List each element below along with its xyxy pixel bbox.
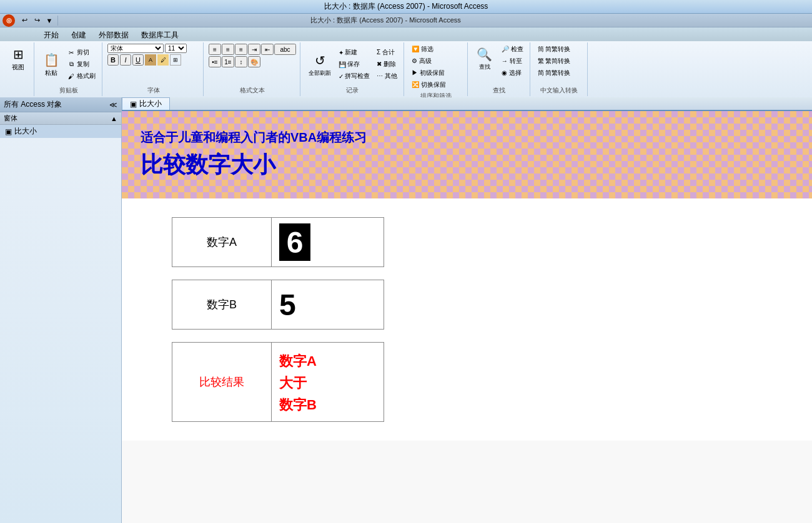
form-area: 适合于儿童和编程入门者的VBA编程练习 比较数字大小 数字A 6 <box>122 111 812 523</box>
format-painter-button[interactable]: 🖌 格式刷 <box>64 71 98 82</box>
fields-area: 数字A 6 数字B 5 <box>122 198 812 441</box>
field-label-a-text: 数字A <box>207 235 237 250</box>
nav-item-icon: ▣ <box>5 127 12 136</box>
advanced-button[interactable]: ⚙ 高级 <box>409 56 463 67</box>
bg-color-button[interactable]: 🎨 <box>248 56 260 67</box>
refresh-icon: ↺ <box>311 52 329 69</box>
save-icon: 💾 <box>339 61 346 68</box>
field-value-a[interactable]: 6 <box>272 217 384 267</box>
field-row-a: 数字A 6 <box>172 217 762 267</box>
chinese-convert-label: 中文输入转换 <box>540 85 578 95</box>
line-spacing-button[interactable]: ↕ <box>235 56 247 67</box>
result-line2: 大于 <box>279 372 317 394</box>
nav-section-expand-icon[interactable]: ▲ <box>111 115 117 122</box>
find-icon: 🔍 <box>476 46 493 63</box>
simplified-convert-button[interactable]: 简 简繁转换 <box>535 67 583 79</box>
nav-collapse-icon[interactable]: ≪ <box>109 100 117 109</box>
nav-pane: 所有 Access 对象 ≪ 窗体 ▲ ▣ 比大小 <box>0 97 122 523</box>
undo-button[interactable]: ↩ <box>19 15 30 26</box>
new-record-icon: ✦ <box>339 49 344 56</box>
field-label-b: 数字B <box>172 280 272 330</box>
cut-icon: ✂ <box>67 48 76 57</box>
clipboard-label: 剪贴板 <box>59 85 78 95</box>
result-line3: 数字B <box>279 394 317 416</box>
grid-button[interactable]: ⊞ <box>170 54 181 66</box>
cut-label: 剪切 <box>77 48 89 57</box>
field-label-result: 比较结果 <box>172 342 272 422</box>
italic-button[interactable]: I <box>120 54 131 66</box>
doc-tab-compare[interactable]: ▣ 比大小 <box>122 97 170 110</box>
quick-access-toolbar: ◎ ↩ ↪ ▼ 比大小 : 数据库 (Access 2007) - Micros… <box>0 14 812 27</box>
field-label-result-text: 比较结果 <box>199 374 244 389</box>
ribbon-group-view: ⊞ 视图 <box>2 42 34 96</box>
selection-button[interactable]: ▶ 初级保留 <box>409 67 463 79</box>
filter-button[interactable]: 🔽 筛选 <box>409 44 463 55</box>
goto-button[interactable]: → 转至 <box>499 56 526 67</box>
simplified-to-trad-button[interactable]: 筒 简繁转换 <box>535 44 583 55</box>
refresh-all-button[interactable]: ↺ 全部刷新 <box>305 50 334 79</box>
find-label-group: 查找 <box>493 85 505 95</box>
tab-external-data[interactable]: 外部数据 <box>92 29 135 41</box>
field-value-b[interactable]: 5 <box>272 280 384 330</box>
qa-extra-button[interactable]: ▼ <box>44 15 55 26</box>
align-left-button[interactable]: ≡ <box>209 44 221 55</box>
form-banner: 适合于儿童和编程入门者的VBA编程练习 比较数字大小 <box>122 111 812 198</box>
field-value-result[interactable]: 数字A 大于 数字B <box>272 342 384 422</box>
field-row-result: 比较结果 数字A 大于 数字B <box>172 342 762 422</box>
ribbon-group-chinese-convert: 筒 简繁转换 繁 繁简转换 简 简繁转换 中文输入转换 <box>532 42 588 96</box>
cut-button[interactable]: ✂ 剪切 <box>64 47 98 58</box>
spell-check-button[interactable]: ✓ 拼写检查 <box>336 71 372 82</box>
view-icon: ⊞ <box>9 46 27 63</box>
separator <box>57 16 58 26</box>
find-button[interactable]: 🔍 查找 <box>473 44 497 79</box>
tab-start[interactable]: 开始 <box>37 29 65 41</box>
font-color-button[interactable]: A <box>145 54 156 66</box>
copy-button[interactable]: ⧉ 复制 <box>64 59 98 70</box>
tab-db-tools[interactable]: 数据库工具 <box>135 29 185 41</box>
refresh-label: 全部刷新 <box>309 69 331 77</box>
select-button[interactable]: ◉ 选择 <box>499 67 526 79</box>
redo-button[interactable]: ↪ <box>31 15 42 26</box>
doc-tab-icon: ▣ <box>130 100 137 109</box>
paste-icon: 📋 <box>42 51 60 69</box>
font-size-select[interactable]: 11 <box>165 44 187 53</box>
nav-section-label: 窗体 <box>4 114 17 123</box>
title-text: 比大小 : 数据库 (Access 2007) - Microsoft Acce… <box>324 1 488 12</box>
view-button[interactable]: ⊞ 视图 <box>6 44 30 74</box>
number-list-button[interactable]: 1≡ <box>222 56 234 67</box>
trad-to-simplified-button[interactable]: 繁 繁简转换 <box>535 56 583 67</box>
ribbon-group-clipboard: 📋 粘贴 ✂ 剪切 ⧉ 复制 🖌 格式刷 剪贴板 <box>36 42 102 96</box>
bold-button[interactable]: B <box>107 54 119 66</box>
abc-button[interactable]: abc <box>274 44 296 55</box>
paste-button[interactable]: 📋 粘贴 <box>39 49 63 79</box>
paste-label: 粘贴 <box>45 69 57 77</box>
more-button[interactable]: ⋯ 其他 <box>374 71 400 82</box>
align-center-button[interactable]: ≡ <box>222 44 234 55</box>
spell-check-icon: ✓ <box>339 73 344 80</box>
inspect-button[interactable]: 🔎 检查 <box>499 44 526 55</box>
bullet-button[interactable]: •≡ <box>209 56 221 67</box>
indent-button[interactable]: ⇥ <box>248 44 260 55</box>
toggle-filter-button[interactable]: 🔀 切换保留 <box>409 79 463 90</box>
underline-button[interactable]: U <box>132 54 144 66</box>
field-label-b-text: 数字B <box>207 297 237 312</box>
main-content: ▣ 比大小 适合于儿童和编程入门者的VBA编程练习 比较数字大小 数字A 6 <box>122 97 812 523</box>
tab-create[interactable]: 创建 <box>65 29 92 41</box>
font-name-select[interactable]: 宋体 <box>107 44 164 53</box>
new-record-button[interactable]: ✦ 新建 <box>336 47 372 58</box>
value-result-display: 数字A 大于 数字B <box>279 350 317 416</box>
office-button[interactable]: ◎ <box>2 14 15 27</box>
records-label: 记录 <box>346 85 359 95</box>
save-button[interactable]: 💾 保存 <box>336 59 372 70</box>
nav-item-compare[interactable]: ▣ 比大小 <box>0 125 121 138</box>
doc-tab-label: 比大小 <box>139 99 162 109</box>
align-right-button[interactable]: ≡ <box>235 44 247 55</box>
highlight-button[interactable]: 🖊 <box>157 54 169 66</box>
ribbon-group-format-text: ≡ ≡ ≡ ⇥ ⇤ abc •≡ 1≡ ↕ 🎨 格式文本 <box>205 42 300 96</box>
clipboard-small-buttons: ✂ 剪切 ⧉ 复制 🖌 格式刷 <box>64 47 98 82</box>
field-label-a: 数字A <box>172 217 272 267</box>
sum-button[interactable]: Σ 合计 <box>374 47 400 58</box>
delete-button[interactable]: ✖ 删除 <box>374 59 400 70</box>
format-painter-label: 格式刷 <box>77 72 96 81</box>
outdent-button[interactable]: ⇤ <box>261 44 274 55</box>
